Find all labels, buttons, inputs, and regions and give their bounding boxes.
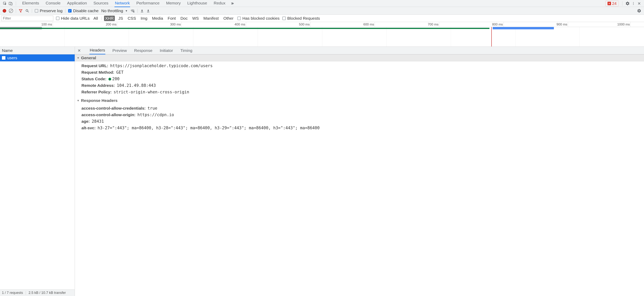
detail-tab-response[interactable]: Response bbox=[134, 47, 153, 54]
header-row: access-control-allow-credentials:true bbox=[75, 105, 644, 112]
header-key: alt-svc: bbox=[82, 126, 96, 130]
header-value: 104.21.49.88:443 bbox=[117, 83, 156, 88]
type-filter-css[interactable]: CSS bbox=[126, 16, 137, 21]
response-headers-section-body: access-control-allow-credentials:trueacc… bbox=[75, 104, 644, 133]
type-filter-font[interactable]: Font bbox=[166, 16, 177, 21]
settings-gear-icon[interactable] bbox=[625, 0, 630, 6]
general-section-header[interactable]: ▼ General bbox=[75, 54, 644, 61]
header-key: Remote Address: bbox=[82, 83, 115, 88]
detail-tab-initiator[interactable]: Initiator bbox=[160, 47, 174, 54]
close-details-icon[interactable]: ✕ bbox=[78, 48, 81, 53]
error-count: 24 bbox=[612, 1, 616, 6]
header-value: strict-origin-when-cross-origin bbox=[114, 90, 189, 94]
checkbox-box bbox=[56, 16, 60, 20]
checkbox-box bbox=[35, 9, 38, 12]
devtools-tabstrip: ElementsConsoleApplicationSourcesNetwork… bbox=[0, 0, 644, 7]
throttling-label: No throttling bbox=[101, 8, 123, 13]
type-filter-xhr[interactable]: XHR bbox=[104, 16, 115, 21]
timeline-body bbox=[0, 27, 644, 46]
header-key: Referrer Policy: bbox=[82, 90, 112, 94]
panel-tab-console[interactable]: Console bbox=[45, 0, 61, 7]
type-filter-ws[interactable]: WS bbox=[191, 16, 200, 21]
separator bbox=[622, 1, 622, 6]
request-row[interactable]: users bbox=[0, 54, 75, 61]
upload-har-icon[interactable] bbox=[140, 9, 144, 13]
filter-toggle-icon[interactable] bbox=[19, 9, 22, 13]
network-main-split: Name users 1 / 7 requests 2.5 kB / 10.7 … bbox=[0, 47, 644, 296]
panel-tab-application[interactable]: Application bbox=[67, 0, 88, 7]
has-blocked-cookies-checkbox[interactable]: Has blocked cookies bbox=[237, 16, 280, 21]
panel-tab-performance[interactable]: Performance bbox=[136, 0, 160, 7]
error-count-badge[interactable]: ✕ 24 bbox=[606, 0, 619, 6]
panel-tab-network[interactable]: Network bbox=[114, 0, 130, 7]
header-value: h3-27=":443"; ma=86400, h3-28=":443"; ma… bbox=[98, 126, 320, 130]
network-settings-gear-icon[interactable] bbox=[637, 9, 641, 13]
resource-type-filters: AllXHRJSCSSImgMediaFontDocWSManifestOthe… bbox=[92, 16, 235, 21]
timeline-ruler: 100 ms200 ms300 ms400 ms500 ms600 ms700 … bbox=[0, 22, 644, 27]
panel-tab-memory[interactable]: Memory bbox=[166, 0, 181, 7]
chevron-down-icon: ▼ bbox=[125, 9, 128, 12]
download-har-icon[interactable] bbox=[146, 9, 150, 13]
svg-rect-8 bbox=[141, 12, 143, 12]
request-list-column-header[interactable]: Name bbox=[0, 47, 75, 54]
timeline-tick: 800 ms bbox=[504, 22, 515, 27]
type-filter-img[interactable]: Img bbox=[140, 16, 148, 21]
type-filter-js[interactable]: JS bbox=[117, 16, 124, 21]
network-timeline[interactable]: 100 ms200 ms300 ms400 ms500 ms600 ms700 … bbox=[0, 22, 644, 47]
svg-rect-9 bbox=[147, 12, 149, 12]
hide-data-urls-checkbox[interactable]: Hide data URLs bbox=[56, 16, 90, 21]
panel-tab-lighthouse[interactable]: Lighthouse bbox=[187, 0, 208, 7]
response-headers-section-header[interactable]: ▼ Response Headers bbox=[75, 97, 644, 104]
type-filter-media[interactable]: Media bbox=[151, 16, 164, 21]
preserve-log-label: Preserve log bbox=[40, 8, 62, 13]
timeline-gridline bbox=[580, 27, 580, 46]
panel-tab-sources[interactable]: Sources bbox=[93, 0, 109, 7]
type-filter-other[interactable]: Other bbox=[222, 16, 235, 21]
type-filter-all[interactable]: All bbox=[92, 16, 99, 21]
response-headers-section-label: Response Headers bbox=[81, 98, 118, 103]
close-devtools-icon[interactable] bbox=[636, 0, 642, 6]
panel-tab-elements[interactable]: Elements bbox=[22, 0, 40, 7]
kebab-menu-icon[interactable] bbox=[630, 0, 636, 6]
detail-tab-preview[interactable]: Preview bbox=[112, 47, 127, 54]
blocked-requests-checkbox[interactable]: Blocked Requests bbox=[282, 16, 320, 21]
clear-button[interactable] bbox=[9, 9, 13, 13]
separator bbox=[102, 16, 102, 20]
hide-data-urls-label: Hide data URLs bbox=[61, 16, 90, 21]
checkbox-box bbox=[237, 16, 241, 20]
detail-tab-headers[interactable]: Headers bbox=[89, 47, 105, 54]
svg-rect-2 bbox=[11, 3, 12, 5]
timeline-gridline bbox=[515, 27, 516, 46]
filter-input[interactable] bbox=[1, 16, 53, 21]
timeline-gridline bbox=[386, 27, 386, 46]
header-key: Status Code: bbox=[82, 76, 106, 81]
has-blocked-cookies-label: Has blocked cookies bbox=[242, 16, 280, 21]
preserve-log-checkbox[interactable]: Preserve log bbox=[35, 8, 62, 13]
throttling-select[interactable]: No throttling ▼ bbox=[101, 8, 128, 13]
record-button[interactable] bbox=[3, 9, 6, 12]
panel-tab-redux[interactable]: Redux bbox=[213, 0, 226, 7]
type-filter-manifest[interactable]: Manifest bbox=[202, 16, 220, 21]
timeline-load-bar bbox=[0, 28, 490, 29]
error-icon: ✕ bbox=[608, 2, 611, 5]
timeline-tick: 500 ms bbox=[310, 22, 322, 27]
header-key: Request Method: bbox=[82, 70, 114, 75]
more-tabs-chevron-icon[interactable] bbox=[229, 0, 235, 6]
disable-cache-checkbox[interactable]: ✓ Disable cache bbox=[68, 8, 98, 13]
header-value: https://cdpn.io bbox=[138, 112, 174, 117]
search-icon[interactable] bbox=[25, 9, 29, 13]
timeline-tick: 700 ms bbox=[439, 22, 451, 27]
detail-tab-timing[interactable]: Timing bbox=[180, 47, 193, 54]
type-filter-doc[interactable]: Doc bbox=[179, 16, 189, 21]
header-key: access-control-allow-credentials: bbox=[82, 106, 146, 110]
header-key: age: bbox=[82, 119, 90, 124]
device-toggle-icon[interactable] bbox=[8, 0, 14, 6]
network-conditions-icon[interactable] bbox=[130, 9, 135, 13]
header-key: access-control-allow-origin: bbox=[82, 112, 136, 117]
inspect-icon[interactable] bbox=[2, 0, 8, 6]
header-value: 28431 bbox=[92, 119, 104, 124]
timeline-gridline bbox=[64, 27, 65, 46]
timeline-gridline bbox=[322, 27, 322, 46]
timeline-load-marker bbox=[491, 27, 492, 46]
footer-request-count: 1 / 7 requests bbox=[2, 291, 23, 295]
